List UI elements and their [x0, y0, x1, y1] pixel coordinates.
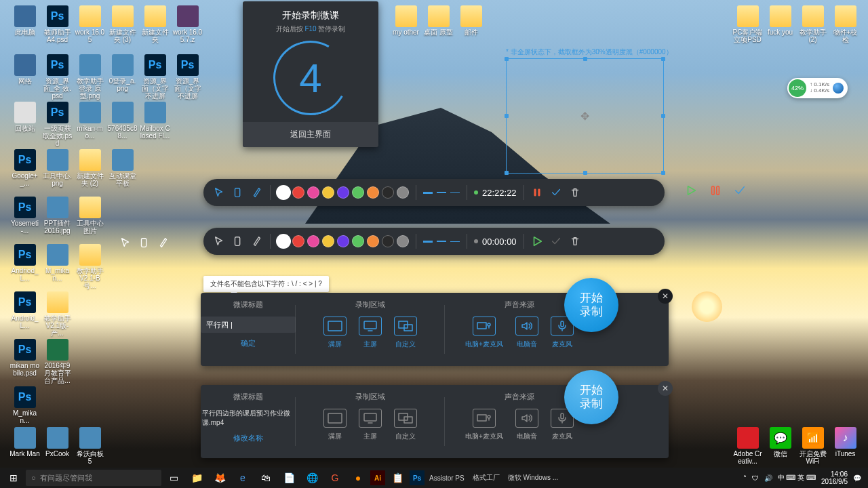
eraser-tool[interactable]: [138, 237, 151, 249]
desktop-icon[interactable]: Ps资源_界面（文字不进屏: [140, 54, 170, 100]
resize-handle[interactable]: [661, 114, 665, 118]
cortana-search[interactable]: ○有问题尽管问我: [26, 470, 161, 486]
desktop-icon[interactable]: PsGoogle+_...: [9, 149, 40, 187]
move-icon[interactable]: ✥: [580, 110, 589, 123]
desktop-icon[interactable]: 新建文件夹 (3): [107, 5, 138, 43]
desktop-icon[interactable]: PC客户端立项PSD: [732, 5, 763, 43]
color-swatch[interactable]: [352, 186, 364, 199]
confirm-link[interactable]: 确定: [201, 338, 296, 348]
desktop-icon[interactable]: M_mikan...: [42, 244, 73, 282]
desktop-icon[interactable]: 576405c88...: [107, 102, 138, 140]
desktop-icon[interactable]: Ps一级页获取全效.psd: [42, 102, 73, 147]
taskbar-app[interactable]: Assistor PS: [426, 469, 468, 487]
color-swatch[interactable]: [292, 235, 304, 247]
tray-ime[interactable]: 中 ⌨ 英 ⌨: [778, 473, 816, 483]
finish-button[interactable]: [550, 235, 562, 247]
taskbar-app[interactable]: 格式工厂: [469, 469, 503, 487]
desktop-icon[interactable]: PPT插件 2016.jpg: [42, 197, 73, 235]
pause-button[interactable]: [709, 184, 722, 197]
tray-icon[interactable]: 🛡: [752, 474, 759, 482]
desktop-icon[interactable]: Adobe Creativ...: [732, 427, 763, 465]
color-swatch[interactable]: [397, 186, 409, 199]
area-custom[interactable]: 自定义: [394, 317, 417, 349]
audio-pc[interactable]: 电脑音: [515, 409, 538, 441]
taskbar-app[interactable]: 📁: [186, 469, 208, 487]
pen-tool[interactable]: [251, 235, 263, 247]
desktop-icon[interactable]: Mailbox Closed Fl...: [140, 102, 170, 140]
color-swatch[interactable]: [367, 186, 379, 199]
network-monitor[interactable]: 42% ↑ 0.1K/s↓ 0.4K/s: [787, 78, 848, 98]
taskbar-edge[interactable]: e: [232, 469, 254, 487]
area-mainscreen[interactable]: 主屏: [359, 409, 382, 441]
desktop-icon[interactable]: PsAndroid_L...: [9, 291, 40, 329]
desktop-icon[interactable]: fuck you: [765, 5, 795, 36]
eraser-tool[interactable]: [232, 186, 244, 199]
taskbar-store[interactable]: 🛍: [255, 469, 277, 487]
desktop-icon[interactable]: mikan-mo...: [75, 102, 105, 140]
area-custom[interactable]: 自定义: [394, 409, 417, 441]
pen-tool[interactable]: [251, 186, 263, 199]
color-swatch[interactable]: [277, 235, 290, 247]
pen-tool[interactable]: [157, 237, 170, 249]
title-input[interactable]: [201, 317, 296, 333]
desktop-icon[interactable]: 新建文件夹: [140, 5, 170, 43]
desktop-icon[interactable]: Ps教师助手A4.psd: [42, 5, 73, 43]
desktop-icon[interactable]: 物件+校检: [830, 5, 861, 43]
resize-handle[interactable]: [505, 57, 509, 61]
desktop-icon[interactable]: Psmikan mobile.psd: [9, 339, 40, 377]
desktop-icon[interactable]: 希沃白板 5: [75, 427, 105, 465]
color-swatch[interactable]: [382, 235, 394, 247]
color-swatch[interactable]: [307, 235, 319, 247]
taskbar-chrome[interactable]: 🌐: [301, 469, 323, 487]
desktop-icon[interactable]: 网络: [9, 54, 40, 85]
tray-notifications[interactable]: 💬: [853, 474, 861, 482]
area-mainscreen[interactable]: 主屏: [359, 317, 382, 349]
taskbar-app[interactable]: G: [324, 469, 346, 487]
rename-link[interactable]: 修改名称: [201, 433, 296, 443]
taskbar-app[interactable]: 📋: [387, 469, 408, 487]
stroke-thin[interactable]: [450, 192, 460, 193]
delete-button[interactable]: [569, 235, 581, 247]
cursor-tool[interactable]: [213, 235, 225, 247]
taskbar-photoshop[interactable]: Ps: [410, 470, 425, 485]
desktop-icon[interactable]: Ps资源_界面_全 效.psd: [42, 54, 73, 100]
audio-both[interactable]: 电脑+麦克风: [465, 317, 503, 349]
desktop-icon[interactable]: 0登录_a.png: [107, 54, 138, 92]
color-swatch[interactable]: [322, 186, 334, 199]
desktop-icon[interactable]: PsM_mikan...: [9, 386, 40, 424]
desktop-icon[interactable]: work 16.05.7.z: [172, 5, 203, 43]
audio-both[interactable]: 电脑+麦克风: [465, 409, 503, 441]
taskbar-app[interactable]: ●: [347, 469, 369, 487]
desktop-icon[interactable]: 教学助手 V2.1-B号...: [75, 244, 105, 289]
close-button[interactable]: ✕: [658, 381, 673, 396]
desktop-icon[interactable]: 教学助手登录 原型.png: [75, 54, 105, 100]
back-to-main-button[interactable]: 返回主界面: [243, 122, 378, 147]
resize-handle[interactable]: [661, 57, 665, 61]
desktop-icon[interactable]: PsYosemeti-...: [9, 197, 40, 235]
audio-pc[interactable]: 电脑音: [515, 317, 538, 349]
resize-handle[interactable]: [505, 114, 509, 118]
desktop-icon[interactable]: 新建文件夹 (2): [75, 149, 105, 187]
taskbar-app[interactable]: 微软 Windows ...: [505, 469, 561, 487]
capture-frame[interactable]: ✥: [506, 58, 664, 174]
cursor-tool[interactable]: [119, 237, 132, 249]
stroke-medium[interactable]: [437, 241, 446, 242]
play-button[interactable]: [531, 235, 543, 247]
desktop-icon[interactable]: PsAndriod_L...: [9, 244, 40, 282]
stroke-thin[interactable]: [450, 241, 460, 242]
desktop-icon[interactable]: 工具中心图片: [75, 197, 105, 235]
pause-button[interactable]: [531, 186, 543, 199]
tray-icon[interactable]: ˄: [743, 474, 747, 482]
delete-button[interactable]: [569, 186, 581, 199]
tray-clock[interactable]: 14:062016/9/5: [821, 470, 848, 485]
desktop-icon[interactable]: my other: [391, 5, 421, 36]
start-record-button[interactable]: 开始 录制: [564, 278, 618, 332]
desktop-icon[interactable]: 回收站: [9, 102, 40, 132]
desktop-icon[interactable]: work 16.05: [75, 5, 105, 43]
desktop-icon[interactable]: 2016年9月教育平台产品...: [42, 339, 73, 384]
start-button[interactable]: ⊞: [3, 469, 24, 487]
color-swatch[interactable]: [367, 235, 379, 247]
desktop-icon[interactable]: 互动课堂 平板: [107, 149, 138, 187]
eraser-tool[interactable]: [232, 235, 244, 247]
area-fullscreen[interactable]: 满屏: [323, 409, 347, 441]
